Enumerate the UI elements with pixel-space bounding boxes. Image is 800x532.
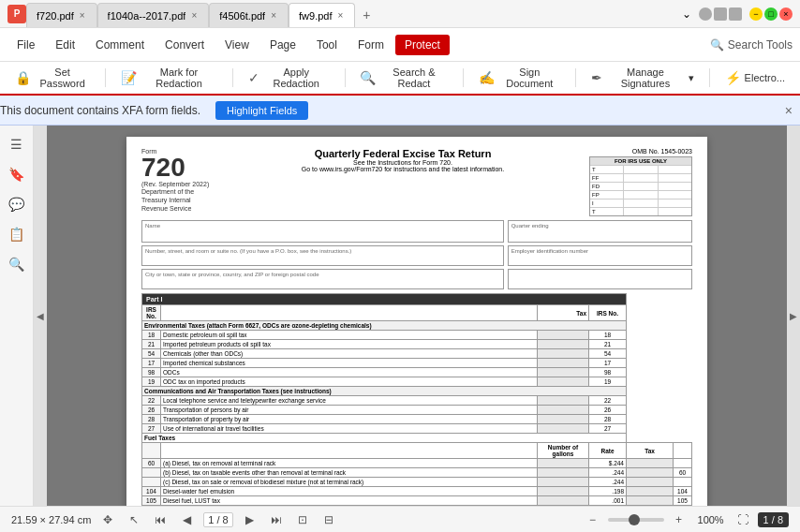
toolbar-btn-search-&-redact[interactable]: 🔍Search & Redact [352, 63, 455, 93]
table-row: (b) Diesel, tax on taxable events other … [142, 468, 692, 478]
pdf-page: Form 720 (Rev. September 2022) Departmen… [126, 137, 707, 506]
quarter-ending-field[interactable]: Quarter ending [508, 220, 692, 243]
nav-next-button[interactable]: ▶ [241, 510, 259, 529]
fit-page-button[interactable]: ⊡ [293, 510, 312, 529]
nav-last-button[interactable]: ⏭ [267, 510, 286, 529]
search-tools-label: Search Tools [728, 38, 793, 52]
title-bar: P f720.pdf×f1040a--2017.pdf×f4506t.pdf×f… [0, 0, 800, 28]
tab-label: f1040a--2017.pdf [108, 10, 186, 22]
row-tax [538, 406, 589, 415]
menu-icon[interactable]: ☰ [6, 133, 28, 155]
extra-field[interactable] [508, 269, 692, 289]
table-row: 54Chemicals (other than ODCs)54 [142, 349, 692, 359]
table-row: 26Transportation of persons by air26 [142, 406, 692, 415]
irs-use-row: T [590, 165, 691, 173]
employer-id-field[interactable]: Employer identification number [508, 245, 692, 266]
menu-item-file[interactable]: File [7, 35, 44, 55]
form-header: Form 720 (Rev. September 2022) Departmen… [141, 148, 692, 216]
zoom-in-button[interactable]: + [670, 510, 689, 529]
menu-item-page[interactable]: Page [260, 35, 305, 55]
toolbar-btn-label: Search & Redact [379, 66, 448, 89]
toolbar-btn-electro...[interactable]: ⚡Electro... [718, 66, 793, 89]
table-row: 98ODCs98 [142, 368, 692, 377]
tab-close-icon[interactable]: × [336, 9, 346, 22]
row-desc: (a) Diesel, tax on removal at terminal r… [161, 459, 538, 468]
more-nav-button[interactable]: ⊟ [319, 510, 338, 529]
menu-item-edit[interactable]: Edit [46, 35, 84, 55]
tab-close-icon[interactable]: × [78, 9, 87, 22]
menu-item-protect[interactable]: Protect [395, 35, 450, 55]
tab-f720-pdf[interactable]: f720.pdf× [26, 3, 97, 27]
row-gallons [538, 496, 589, 506]
page-number-input[interactable]: 1 / 8 [203, 512, 232, 527]
toolbar-btn-sign-document[interactable]: ✍Sign Document [471, 63, 568, 93]
row-irs [674, 506, 692, 507]
arrow-tool-button[interactable]: ↖ [125, 510, 143, 529]
menu-item-view[interactable]: View [215, 35, 259, 55]
row-gallons [538, 487, 589, 496]
left-collapse-arrow[interactable]: ◀ [34, 126, 47, 506]
comment-icon[interactable]: 💬 [6, 193, 28, 215]
city-state-field[interactable]: City or town, state or province, country… [141, 269, 504, 289]
fuel-irs-header [674, 443, 692, 459]
highlight-fields-button[interactable]: Highlight Fields [215, 101, 308, 120]
tab-f4506t-pdf[interactable]: f4506t.pdf× [209, 3, 289, 27]
toolbar-separator-3 [345, 68, 346, 87]
fuel-desc-header [161, 443, 538, 459]
toolbar-btn-set-password[interactable]: 🔒Set Password [7, 63, 97, 93]
row-irs-no: 60 [142, 459, 161, 468]
row-irs: 17 [589, 359, 627, 368]
minimize-button[interactable]: − [749, 7, 763, 21]
account-icon[interactable] [714, 7, 727, 21]
menu-item-comment[interactable]: Comment [86, 35, 154, 55]
address-field[interactable]: Number, street, and room or suite no. (I… [141, 245, 504, 266]
page-indicator: 1 / 8 [758, 512, 789, 527]
name-field[interactable]: Name [141, 220, 504, 243]
zoom-slider[interactable] [608, 518, 664, 522]
tab-close-icon[interactable]: × [189, 9, 199, 22]
search-icon: 🔍 [710, 38, 724, 52]
fit-window-button[interactable]: ⛶ [733, 510, 752, 529]
menu-item-tool[interactable]: Tool [307, 35, 347, 55]
maximize-button[interactable]: □ [764, 7, 778, 21]
toolbar-btn-manage-signatures[interactable]: ✒Manage Signatures▾ [584, 63, 702, 93]
section-header-0: Environmental Taxes (attach Form 6627, O… [142, 321, 627, 331]
irs-use-cell-label: T [590, 208, 624, 215]
new-tab-button[interactable]: + [355, 3, 378, 27]
tab-fw9-pdf[interactable]: fw9.pdf× [289, 3, 355, 27]
right-collapse-arrow[interactable]: ▶ [787, 126, 800, 506]
form-number-area: Form 720 (Rev. September 2022) Departmen… [141, 148, 216, 213]
table-row: 21Imported petroleum products oil spill … [142, 340, 692, 349]
nav-first-button[interactable]: ⏮ [151, 510, 170, 529]
pages-icon[interactable]: 📋 [6, 223, 28, 245]
tab-overflow-icon[interactable]: ⌄ [678, 6, 695, 22]
row-irs-no: 26 [142, 406, 161, 415]
toolbar-btn-apply-redaction[interactable]: ✓Apply Redaction [241, 63, 337, 93]
bookmark-icon[interactable]: 🔖 [6, 163, 28, 185]
avatar-icon[interactable] [699, 7, 712, 21]
row-tax [538, 377, 589, 387]
toolbar-btn-mark-for-redaction[interactable]: 📝Mark for Redaction [113, 63, 225, 93]
menu-item-convert[interactable]: Convert [156, 35, 214, 55]
row-tax [627, 487, 674, 496]
tab-f1040a--2017-pdf[interactable]: f1040a--2017.pdf× [97, 3, 210, 27]
toolbar-separator-5 [575, 68, 576, 87]
zoom-out-button[interactable]: − [584, 510, 602, 529]
row-irs-no: 27 [142, 424, 161, 434]
cursor-tool-button[interactable]: ✥ [98, 510, 117, 529]
search-tools[interactable]: 🔍 Search Tools [710, 38, 793, 52]
xfa-close-button[interactable]: × [785, 103, 793, 118]
search-icon[interactable]: 🔍 [6, 253, 28, 275]
desc-header [161, 305, 538, 321]
row-irs: 21 [589, 340, 627, 349]
irs-use-cell-1 [624, 183, 658, 190]
menu-item-form[interactable]: Form [348, 35, 393, 55]
nav-prev-button[interactable]: ◀ [177, 510, 196, 529]
row-irs: 19 [589, 377, 627, 387]
close-button[interactable]: × [779, 7, 793, 21]
toolbar-icon: 🔒 [15, 70, 31, 85]
tab-close-icon[interactable]: × [269, 9, 278, 22]
row-desc: Diesel-water fuel emulsion [161, 487, 538, 496]
menu-dots-icon[interactable] [729, 7, 742, 21]
row-tax [627, 478, 674, 487]
